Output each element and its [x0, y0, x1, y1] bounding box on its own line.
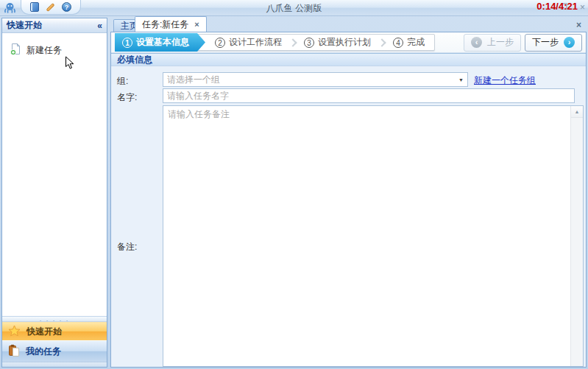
wizard-step-3[interactable]: 3 设置执行计划 [294, 34, 380, 51]
clipboard-icon [8, 344, 20, 359]
star-icon [8, 325, 21, 339]
sidebar-content: 新建任务 [2, 33, 107, 316]
wizard-bar: 1 设置基本信息 2 设计工作流程 3 设置执行计划 4 完成 ‹ 上一步 [111, 32, 586, 52]
new-task-item[interactable]: 新建任务 [2, 41, 107, 60]
textarea-scrollbar[interactable]: ▲ [570, 106, 583, 366]
dropdown-arrow-icon: ▼ [458, 77, 464, 82]
prev-step-button[interactable]: ‹ 上一步 [464, 34, 521, 52]
step-2-label: 设计工作流程 [229, 36, 282, 49]
tab-new-task[interactable]: 任务:新任务 × [135, 16, 207, 32]
sidebar-header: 快速开始 « [2, 18, 107, 33]
section-header: 必填信息 [111, 53, 586, 66]
step-4-number: 4 [393, 38, 403, 48]
quick-toolbar: ? [21, 0, 81, 15]
wizard-steps: 1 设置基本信息 2 设计工作流程 3 设置执行计划 4 完成 [115, 34, 435, 51]
nav-mytasks-label: 我的任务 [26, 345, 61, 358]
title-bar: ? 八爪鱼 公测版 – ❐ 0:14/4:21 × [0, 0, 588, 16]
name-label: 名字: [117, 91, 160, 104]
notebook-icon[interactable] [30, 2, 39, 12]
new-task-icon [10, 43, 21, 57]
help-icon[interactable]: ? [62, 2, 71, 12]
app-logo-icon [4, 2, 16, 15]
group-label: 组: [117, 75, 160, 88]
wizard-nav-buttons: ‹ 上一步 下一步 › [464, 34, 582, 52]
scroll-up-icon[interactable]: ▲ [571, 106, 583, 118]
prev-step-label: 上一步 [487, 36, 514, 49]
next-step-button[interactable]: 下一步 › [525, 34, 582, 52]
task-note-textarea[interactable] [163, 106, 583, 366]
group-select-placeholder: 请选择一个组 [167, 74, 220, 86]
wizard-step-2[interactable]: 2 设计工作流程 [205, 34, 291, 51]
new-group-link[interactable]: 新建一个任务组 [474, 74, 536, 87]
new-task-label: 新建任务 [26, 44, 62, 57]
tab-close-icon[interactable]: × [194, 17, 199, 32]
group-select[interactable]: 请选择一个组 ▼ [163, 72, 468, 87]
main-panel: 1 设置基本信息 2 设计工作流程 3 设置执行计划 4 完成 ‹ 上一步 [110, 32, 587, 368]
nav-item-quickstart[interactable]: 快速开始 [2, 322, 107, 340]
sidebar-header-title: 快速开始 [7, 19, 42, 32]
next-arrow-icon: › [564, 37, 575, 48]
window-title: 八爪鱼 公测版 [0, 2, 588, 15]
pencil-icon[interactable] [46, 2, 54, 11]
wizard-step-4[interactable]: 4 完成 [383, 34, 434, 51]
step-4-label: 完成 [407, 36, 425, 49]
note-label: 备注: [117, 241, 160, 253]
splitter-grip[interactable]: . . . . . [2, 316, 107, 322]
trial-timer: 0:14/4:21 [536, 1, 578, 12]
tabbar-close-icon[interactable]: × [576, 20, 581, 30]
step-1-number: 1 [122, 38, 132, 48]
step-3-number: 3 [304, 38, 314, 48]
next-step-label: 下一步 [532, 36, 559, 49]
task-name-input[interactable] [163, 88, 575, 103]
collapse-icon[interactable]: « [97, 21, 102, 31]
wizard-step-1[interactable]: 1 设置基本信息 [115, 33, 205, 52]
nav-item-mytasks[interactable]: 我的任务 [2, 340, 107, 362]
prev-arrow-icon: ‹ [471, 37, 482, 48]
step-2-number: 2 [215, 38, 225, 48]
task-note-wrap: ▲ [163, 105, 584, 367]
step-3-label: 设置执行计划 [318, 36, 371, 49]
window-close-button[interactable]: × [580, 2, 585, 13]
step-1-label: 设置基本信息 [136, 36, 189, 49]
nav-quickstart-label: 快速开始 [26, 326, 62, 338]
form-content: 必填信息 组: 请选择一个组 ▼ 新建一个任务组 名字: 备注: ▲ [111, 52, 586, 367]
tab-bar: 主页 任务:新任务 × × [110, 16, 587, 32]
tab-new-task-label: 任务:新任务 [142, 17, 188, 32]
sidebar-bottom-strip [2, 362, 107, 367]
sidebar: 快速开始 « 新建任务 . . . . . 快速开始 [1, 18, 107, 368]
